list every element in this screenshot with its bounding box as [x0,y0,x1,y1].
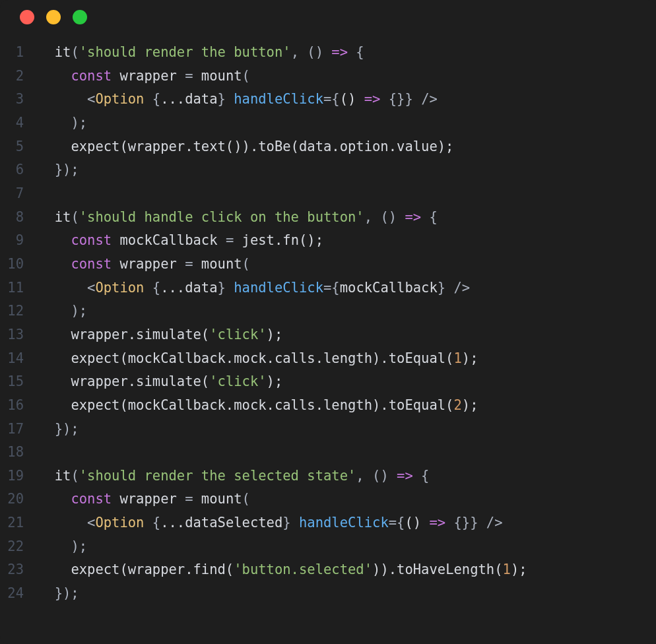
code-content[interactable]: }); [38,158,79,182]
token: , () [291,44,332,60]
code-content[interactable]: const wrapper = mount( [38,488,250,511]
code-line[interactable]: 19 it('should render the selected state'… [0,465,656,488]
zoom-icon[interactable] [73,10,87,24]
code-line[interactable]: 22 ); [0,535,656,559]
code-line[interactable]: 17 }); [0,418,656,441]
minimize-icon[interactable] [46,10,61,24]
token: ( [242,68,250,84]
code-line[interactable]: 18 [0,441,656,465]
code-content[interactable]: <Option {...data} handleClick={() => {}}… [38,88,438,112]
token: } [438,280,445,296]
token: 'click' [209,327,266,342]
token: expect(wrapper.find( [71,562,234,577]
token: < [87,91,95,107]
token: it [55,209,71,225]
code-line[interactable]: 13 wrapper.simulate('click'); [0,323,656,347]
code-content[interactable]: ); [38,112,87,135]
token [380,91,388,107]
code-content[interactable]: wrapper.simulate('click'); [38,370,282,394]
token: ( [242,256,250,272]
token: const [71,68,112,84]
token: Option [95,280,144,296]
line-number: 20 [0,488,38,511]
code-line[interactable]: 10 const wrapper = mount( [0,253,656,276]
token: mount [193,256,242,272]
code-line[interactable]: 24 }); [0,582,656,606]
token: it [55,44,71,60]
code-line[interactable]: 6 }); [0,158,656,182]
code-content[interactable]: expect(mockCallback.mock.calls.length).t… [38,347,478,371]
code-content[interactable]: }); [38,582,79,606]
token: }); [55,585,79,601]
code-content[interactable]: wrapper.simulate('click'); [38,323,282,347]
code-content[interactable]: it('should render the selected state', (… [38,465,429,488]
token: = [185,491,193,507]
code-line[interactable]: 4 ); [0,112,656,135]
close-icon[interactable] [20,10,34,24]
token: const [71,491,112,507]
line-number: 10 [0,253,38,276]
line-number: 9 [0,229,38,253]
code-content[interactable]: expect(wrapper.find('button.selected')).… [38,558,527,582]
token: ); [71,538,87,554]
token: ...data [160,280,217,296]
code-line[interactable]: 12 ); [0,300,656,323]
token: => [331,44,348,60]
line-number: 4 [0,112,38,135]
code-line[interactable]: 14 expect(mockCallback.mock.calls.length… [0,347,656,371]
code-line[interactable]: 1 it('should render the button', () => { [0,41,656,65]
line-number: 22 [0,535,38,559]
token: { [397,515,405,531]
code-content[interactable]: ); [38,535,87,559]
token: /> [478,515,503,531]
line-number: 5 [0,135,38,159]
code-line[interactable]: 23 expect(wrapper.find('button.selected'… [0,558,656,582]
token: handleClick [299,515,389,531]
code-line[interactable]: 16 expect(mockCallback.mock.calls.length… [0,394,656,418]
line-number: 8 [0,206,38,230]
line-number: 3 [0,88,38,112]
code-line[interactable]: 21 <Option {...dataSelected} handleClick… [0,511,656,535]
code-content[interactable]: expect(mockCallback.mock.calls.length).t… [38,394,478,418]
code-line[interactable]: 8 it('should handle click on the button'… [0,206,656,230]
code-line[interactable]: 5 expect(wrapper.text()).toBe(data.optio… [0,135,656,159]
token: {} [389,91,405,107]
code-line[interactable]: 3 <Option {...data} handleClick={() => {… [0,88,656,112]
code-content[interactable]: const mockCallback = jest.fn(); [38,229,323,253]
token: ...dataSelected [160,515,282,531]
token: ( [71,209,79,225]
token: { [348,44,364,60]
code-content[interactable]: expect(wrapper.text()).toBe(data.option.… [38,135,453,159]
token [144,91,152,107]
code-editor[interactable]: 1 it('should render the button', () => {… [0,34,656,606]
code-line[interactable]: 2 const wrapper = mount( [0,65,656,88]
code-content[interactable]: ); [38,300,87,323]
token: } [470,515,478,531]
token [144,280,152,296]
code-content[interactable]: it('should render the button', () => { [38,41,364,65]
code-content[interactable]: const wrapper = mount( [38,65,250,88]
code-content[interactable]: }); [38,418,79,441]
token: handleClick [234,91,323,107]
code-line[interactable]: 11 <Option {...data} handleClick={mockCa… [0,276,656,300]
token: /> [445,280,470,296]
code-line[interactable]: 9 const mockCallback = jest.fn(); [0,229,656,253]
code-content[interactable]: <Option {...data} handleClick={mockCallb… [38,276,470,300]
code-content[interactable]: const wrapper = mount( [38,253,250,276]
token: = [185,256,193,272]
token: } [218,280,234,296]
token: => [429,515,445,531]
token: 'should render the selected state' [79,468,356,484]
token: } [282,515,299,531]
token: ); [462,397,478,413]
token: handleClick [234,280,323,296]
token: expect(mockCallback.mock.calls.length).t… [71,397,453,413]
line-number: 7 [0,182,38,206]
token: () [405,515,429,531]
code-content[interactable]: <Option {...dataSelected} handleClick={(… [38,511,503,535]
code-line[interactable]: 15 wrapper.simulate('click'); [0,370,656,394]
code-content[interactable]: it('should handle click on the button', … [38,206,438,230]
code-line[interactable]: 20 const wrapper = mount( [0,488,656,511]
token: 1 [503,562,511,577]
code-line[interactable]: 7 [0,182,656,206]
